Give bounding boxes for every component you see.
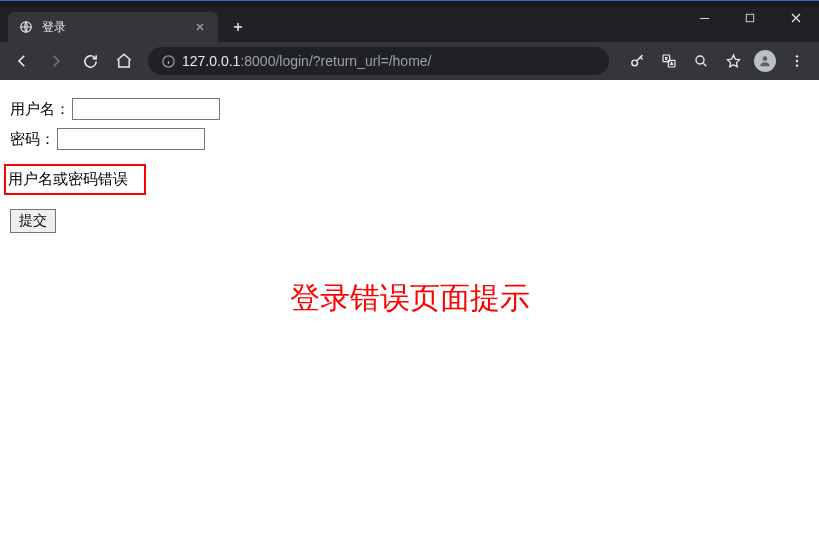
menu-button[interactable] [783,47,811,75]
reload-button[interactable] [76,47,104,75]
svg-point-9 [796,60,798,62]
key-icon[interactable] [623,47,651,75]
window-maximize-button[interactable] [727,2,773,34]
browser-tab-active[interactable]: 登录 [8,12,218,42]
svg-point-6 [696,56,704,64]
translate-icon[interactable] [655,47,683,75]
window-close-button[interactable] [773,2,819,34]
url-port: :8000 [240,53,275,69]
submit-button[interactable]: 提交 [10,209,56,233]
close-tab-icon[interactable] [192,19,208,35]
svg-point-3 [631,60,637,66]
error-row: 用户名或密码错误 [10,158,809,201]
username-input[interactable] [72,98,220,120]
password-row: 密码： [10,128,809,150]
svg-rect-1 [746,14,754,22]
back-button[interactable] [8,47,36,75]
avatar-icon [754,50,776,72]
forward-button[interactable] [42,47,70,75]
toolbar-right-icons [623,47,811,75]
page-content: 用户名： 密码： 用户名或密码错误 提交 登录错误页面提示 [0,80,819,329]
password-label: 密码： [10,130,55,149]
username-label: 用户名： [10,100,70,119]
new-tab-button[interactable] [224,13,252,41]
profile-button[interactable] [751,47,779,75]
bookmark-star-icon[interactable] [719,47,747,75]
browser-tabbar: 登录 [0,8,819,42]
login-error-message: 用户名或密码错误 [4,164,146,195]
globe-icon [18,19,34,35]
address-bar[interactable]: 127.0.0.1:8000/login/?return_url=/home/ [148,47,609,75]
window-controls [681,2,819,34]
svg-point-10 [796,64,798,66]
screenshot-annotation: 登录错误页面提示 [10,278,809,319]
url-path: /login/?return_url=/home/ [275,53,431,69]
url-host: 127.0.0.1 [182,53,240,69]
tab-title: 登录 [42,19,184,36]
svg-point-7 [763,56,768,61]
zoom-icon[interactable] [687,47,715,75]
home-button[interactable] [110,47,138,75]
window-minimize-button[interactable] [681,2,727,34]
url-text: 127.0.0.1:8000/login/?return_url=/home/ [182,53,599,69]
info-icon[interactable] [158,51,178,71]
password-input[interactable] [57,128,205,150]
svg-point-8 [796,55,798,57]
submit-row: 提交 [10,209,809,233]
browser-toolbar: 127.0.0.1:8000/login/?return_url=/home/ [0,42,819,80]
username-row: 用户名： [10,98,809,120]
